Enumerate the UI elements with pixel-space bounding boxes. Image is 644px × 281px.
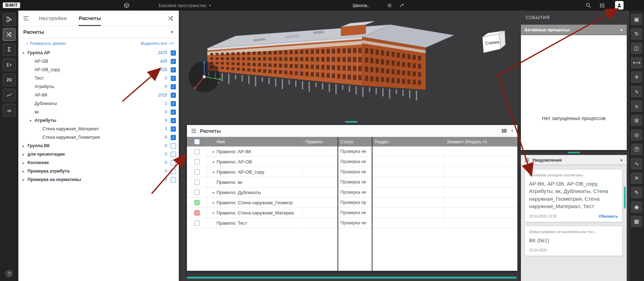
tree-item[interactable]: ▸Группа ВК0: [18, 142, 179, 150]
tree-item-checkbox[interactable]: ✓: [171, 118, 176, 123]
tree-item[interactable]: АР-ВК1015✓: [18, 91, 179, 99]
tree-item[interactable]: Стена наружная_Материал3✓: [18, 125, 179, 133]
table-row[interactable]: ▲Правило: АР-ОВПроверка не: [187, 157, 517, 167]
collapse-table-icon[interactable]: ▾: [511, 129, 513, 133]
columns-icon[interactable]: [502, 129, 507, 133]
tree-item[interactable]: ▸Проверка атрибута0: [18, 167, 179, 175]
tree-item-checkbox[interactable]: [171, 143, 176, 149]
tree-item[interactable]: АР-ОВ429✓: [18, 57, 179, 65]
tree-item[interactable]: ▸Проверка на нормативы0: [18, 175, 179, 184]
row-checkbox[interactable]: [194, 200, 200, 205]
navigation-gizmo[interactable]: Y: [185, 57, 224, 96]
panel-resize-handle[interactable]: [345, 121, 358, 123]
tree-item[interactable]: ▸для презентации0: [18, 150, 179, 158]
grid-detail-icon[interactable]: ▦: [631, 216, 642, 227]
row-checkbox[interactable]: [194, 180, 200, 185]
row-checkbox[interactable]: [194, 210, 200, 216]
tree-item-checkbox[interactable]: [171, 160, 176, 166]
shuffle-icon[interactable]: [168, 15, 174, 21]
tree-item-checkbox[interactable]: [171, 152, 176, 157]
move-icon[interactable]: ✛: [631, 71, 642, 83]
collapse-row-icon[interactable]: ▲: [210, 191, 217, 194]
target-icon[interactable]: ◎: [631, 129, 642, 140]
table-row[interactable]: ▲Правило: АР-ВКПроверка не: [187, 146, 517, 157]
tree-item-checkbox[interactable]: ✓: [171, 50, 176, 56]
search-icon[interactable]: [585, 0, 591, 11]
user-icon[interactable]: [615, 1, 624, 10]
row-checkbox[interactable]: [194, 159, 200, 164]
table-row[interactable]: ▲Правило: АР-ОВ_copyПроверка не: [187, 167, 517, 177]
processes-list-icon[interactable]: [600, 0, 606, 11]
tree-item-checkbox[interactable]: ✓: [171, 135, 176, 140]
tree-item[interactable]: Дубликаты2✓: [18, 99, 179, 108]
workspace-selector[interactable]: Базовое пространство ▾: [159, 0, 211, 11]
project-icon[interactable]: [123, 0, 130, 11]
row-checkbox[interactable]: [194, 149, 200, 154]
column-header-element[interactable]: Элемент (Модель А): [444, 137, 517, 146]
expand-tree-link[interactable]: ↕ Развернуть дерево: [26, 41, 66, 45]
tree-item-checkbox[interactable]: [171, 177, 176, 182]
active-processes-header[interactable]: Активные процессы: ▼: [521, 25, 627, 35]
chart-tool-icon[interactable]: [3, 89, 16, 101]
chevron-down-icon[interactable]: ▾: [23, 51, 28, 55]
tree-item-checkbox[interactable]: ✓: [171, 84, 176, 89]
panel-menu-icon[interactable]: [23, 16, 29, 21]
grid-icon[interactable]: ⊞: [631, 115, 642, 126]
table-menu-icon[interactable]: [191, 129, 196, 133]
tree-item-checkbox[interactable]: ✓: [171, 126, 176, 132]
building-model[interactable]: [200, 18, 454, 134]
edit-icon[interactable]: ✎: [631, 187, 642, 198]
measure-icon[interactable]: ⟷: [631, 57, 642, 68]
collapse-row-icon[interactable]: ▲: [210, 150, 217, 153]
2d-view-icon[interactable]: 2D: [3, 74, 16, 86]
notification-card[interactable]: Коллизии успешно посчитаныАР-ВК, АР-ОВ, …: [524, 169, 622, 222]
tree-item[interactable]: ▾Группа АР2470✓: [18, 49, 179, 57]
notifications-menu-icon[interactable]: [524, 158, 529, 162]
table-row[interactable]: ▲Правило: ДубликатыПроверка не: [187, 187, 517, 198]
column-divider[interactable]: [372, 137, 372, 271]
share-icon[interactable]: [399, 0, 405, 11]
notification-action-link[interactable]: Обновить: [599, 214, 618, 218]
help-icon[interactable]: ?: [5, 270, 13, 277]
tab-calculations[interactable]: Расчеты: [79, 11, 101, 26]
notification-card[interactable]: Новая ревизия установлена как тек…ВК (№1…: [524, 226, 622, 256]
tree-item[interactable]: Стена наружная_Геометрия6✓: [18, 133, 179, 142]
column-divider[interactable]: [338, 137, 338, 271]
tree-item[interactable]: ▸Коллизии0: [18, 158, 179, 167]
row-checkbox[interactable]: [194, 190, 200, 195]
chevron-right-icon[interactable]: ▸: [23, 161, 28, 165]
column-header-status[interactable]: Статус: [338, 137, 372, 146]
table-row[interactable]: ▲Правило: Стена наружная_МатериаПроверка…: [187, 208, 517, 218]
lightning-icon[interactable]: ϟ: [631, 86, 642, 97]
tree-item[interactable]: Атрибуты0✓: [18, 82, 179, 91]
chevron-right-icon[interactable]: ▸: [23, 144, 28, 148]
gear-icon[interactable]: [387, 0, 393, 11]
section-box-icon[interactable]: ▣: [631, 14, 642, 25]
tree-item[interactable]: вк0✓: [18, 108, 179, 116]
view-cube[interactable]: Справа: [477, 26, 509, 58]
tree-item-checkbox[interactable]: ✓: [171, 67, 176, 73]
table-row[interactable]: ▲Правило: Стена наружная_ГеометрПроверка…: [187, 198, 517, 208]
eye-icon[interactable]: ◉: [631, 201, 642, 213]
row-checkbox[interactable]: [194, 169, 200, 175]
clash-tool-icon[interactable]: [3, 28, 16, 41]
tree-item-checkbox[interactable]: [171, 169, 176, 174]
collapse-row-icon[interactable]: ▲: [210, 160, 217, 163]
select-all-checkbox[interactable]: [194, 139, 200, 144]
layers-icon[interactable]: ◫: [631, 43, 642, 54]
calculations-section-header[interactable]: Расчеты ▼: [18, 26, 179, 38]
tree-item-checkbox[interactable]: ✓: [171, 76, 176, 81]
table-row[interactable]: Правило: ТестПроверка не: [187, 218, 517, 228]
tree-item-checkbox[interactable]: ✓: [171, 93, 176, 98]
gauge-tool-icon[interactable]: [3, 104, 16, 117]
chevron-right-icon[interactable]: ▸: [23, 169, 28, 173]
sum-add-tool-icon[interactable]: Σ+: [3, 58, 16, 71]
parking-icon[interactable]: Ⓟ: [631, 144, 642, 155]
tab-settings[interactable]: Настройки: [39, 11, 67, 26]
orbit-icon[interactable]: ↻: [631, 28, 642, 39]
close-tool-icon[interactable]: ✕: [631, 173, 642, 184]
chevron-right-icon[interactable]: ▸: [23, 152, 28, 156]
table-row[interactable]: Правило: вкПроверка не: [187, 177, 517, 187]
tree-item[interactable]: АР-ОВ_copy1015✓: [18, 65, 179, 74]
column-header-rule[interactable]: Правило: [303, 137, 338, 146]
